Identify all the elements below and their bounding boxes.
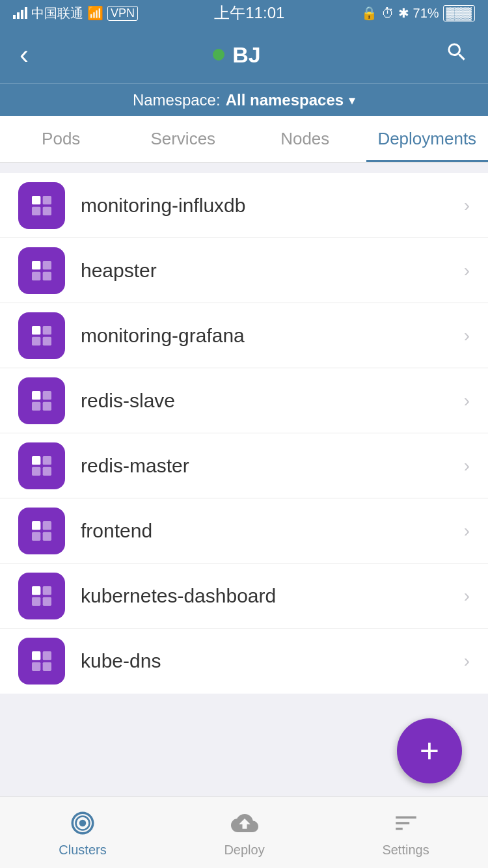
tab-nodes[interactable]: Nodes: [244, 116, 366, 162]
settings-icon: [390, 807, 422, 839]
deployment-name: redis-master: [81, 455, 464, 477]
list-item[interactable]: kubernetes-dashboard ›: [0, 563, 488, 629]
settings-label: Settings: [382, 843, 429, 858]
chevron-icon: ›: [464, 260, 470, 281]
deployment-icon: [18, 508, 65, 554]
list-item[interactable]: redis-slave ›: [0, 368, 488, 433]
connection-dot: [213, 49, 224, 61]
svg-rect-24: [32, 586, 40, 595]
tab-services[interactable]: Services: [122, 116, 245, 162]
status-left: 中国联通 📶 VPN: [13, 5, 138, 22]
svg-rect-25: [43, 586, 51, 595]
list-item[interactable]: monitoring-grafana ›: [0, 303, 488, 368]
chevron-icon: ›: [464, 651, 470, 671]
deployments-list: monitoring-influxdb › heapster › monitor…: [0, 173, 488, 694]
deployment-name: frontend: [81, 520, 464, 542]
list-separator: [0, 163, 488, 173]
deployment-name: monitoring-influxdb: [81, 195, 464, 217]
clusters-icon: [67, 807, 98, 839]
deployment-icon: [18, 247, 65, 294]
vpn-badge: VPN: [107, 6, 138, 21]
clusters-label: Clusters: [59, 843, 106, 858]
svg-rect-29: [43, 651, 51, 660]
deployment-icon: [18, 442, 65, 489]
svg-rect-20: [32, 521, 40, 530]
svg-rect-11: [43, 336, 51, 345]
chevron-icon: ›: [464, 325, 470, 346]
list-item[interactable]: heapster ›: [0, 238, 488, 303]
svg-rect-4: [32, 261, 40, 269]
wifi-icon: 📶: [87, 5, 103, 21]
svg-rect-10: [32, 336, 40, 345]
chevron-icon: ›: [464, 390, 470, 411]
back-button[interactable]: ‹: [20, 41, 29, 68]
deployment-name: monitoring-grafana: [81, 325, 464, 347]
namespace-value: All namespaces: [226, 91, 344, 109]
chevron-icon: ›: [464, 455, 470, 476]
svg-rect-22: [32, 532, 40, 540]
svg-rect-1: [43, 196, 51, 204]
svg-rect-6: [32, 271, 40, 280]
svg-point-32: [79, 820, 87, 827]
svg-rect-14: [32, 401, 40, 410]
tab-bar: Pods Services Nodes Deployments: [0, 116, 488, 163]
svg-rect-9: [43, 326, 51, 334]
svg-rect-27: [43, 597, 51, 605]
namespace-bar[interactable]: Namespace: All namespaces ▾: [0, 83, 488, 116]
svg-rect-23: [43, 532, 51, 540]
svg-rect-0: [32, 196, 40, 204]
list-item[interactable]: redis-master ›: [0, 433, 488, 498]
svg-rect-17: [43, 456, 51, 465]
svg-rect-31: [43, 662, 51, 671]
battery-icon: ▓▓▓: [443, 5, 475, 21]
server-name: BJ: [232, 42, 260, 68]
svg-rect-28: [32, 651, 40, 660]
lock-icon: 🔒: [361, 5, 377, 21]
deployment-icon: [18, 182, 65, 229]
svg-rect-18: [32, 467, 40, 475]
deployment-name: redis-slave: [81, 390, 464, 412]
svg-rect-2: [32, 206, 40, 215]
battery-label: 71%: [413, 6, 439, 21]
svg-rect-7: [43, 271, 51, 280]
bottom-tab-bar: Clusters Deploy Settings: [0, 796, 488, 868]
svg-rect-12: [32, 391, 40, 400]
bottom-tab-clusters[interactable]: Clusters: [59, 807, 106, 858]
svg-rect-16: [32, 456, 40, 465]
add-button[interactable]: +: [397, 718, 462, 783]
svg-rect-3: [43, 206, 51, 215]
svg-rect-30: [32, 662, 40, 671]
deployment-name: kubernetes-dashboard: [81, 585, 464, 607]
list-item[interactable]: kube-dns ›: [0, 629, 488, 694]
status-right: 🔒 ⏱ ✱ 71% ▓▓▓: [361, 5, 475, 21]
bottom-tab-deploy[interactable]: Deploy: [224, 807, 264, 858]
deploy-label: Deploy: [224, 843, 264, 858]
deployment-icon: [18, 638, 65, 685]
list-item[interactable]: frontend ›: [0, 498, 488, 563]
carrier-label: 中国联通: [31, 5, 83, 22]
svg-rect-21: [43, 521, 51, 530]
deployment-icon: [18, 377, 65, 424]
bottom-tab-settings[interactable]: Settings: [382, 807, 429, 858]
chevron-icon: ›: [464, 195, 470, 216]
svg-rect-15: [43, 401, 51, 410]
bluetooth-icon: ✱: [398, 5, 409, 21]
deployment-icon: [18, 573, 65, 619]
status-bar: 中国联通 📶 VPN 上午11:01 🔒 ⏱ ✱ 71% ▓▓▓: [0, 0, 488, 26]
deployment-name: heapster: [81, 260, 464, 282]
chevron-icon: ›: [464, 521, 470, 541]
search-button[interactable]: [445, 40, 468, 70]
deploy-icon: [229, 807, 260, 839]
svg-rect-13: [43, 391, 51, 400]
chevron-icon: ›: [464, 586, 470, 606]
namespace-label: Namespace:: [133, 91, 221, 109]
tab-deployments[interactable]: Deployments: [366, 116, 489, 162]
header: ‹ BJ: [0, 26, 488, 83]
deployment-name: kube-dns: [81, 650, 464, 672]
svg-rect-8: [32, 326, 40, 334]
namespace-chevron: ▾: [349, 92, 355, 108]
list-item[interactable]: monitoring-influxdb ›: [0, 173, 488, 238]
svg-rect-19: [43, 467, 51, 475]
deployment-icon: [18, 312, 65, 359]
tab-pods[interactable]: Pods: [0, 116, 122, 162]
